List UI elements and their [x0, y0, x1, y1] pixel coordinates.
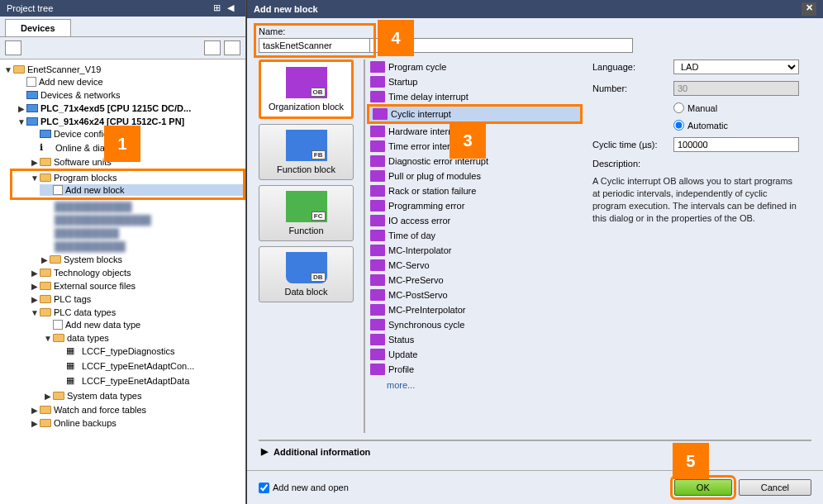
pin-icon[interactable]: ⊞ [213, 2, 225, 14]
ob-small-icon [370, 274, 385, 286]
ob-item-update[interactable]: Update [367, 347, 583, 362]
ob-item-time-delay[interactable]: Time delay interrupt [367, 89, 583, 104]
project-tree-header: Project tree ⊞ ◀ [0, 0, 245, 17]
config-icon [40, 130, 51, 138]
ob-item-rack-fail[interactable]: Rack or station failure [367, 183, 583, 198]
ob-item-io-error[interactable]: IO access error [367, 213, 583, 228]
ok-button[interactable]: OK [674, 479, 732, 496]
ob-item-sync-cycle[interactable]: Synchronous cycle [367, 317, 583, 332]
network-icon [26, 91, 38, 99]
ob-item-profile[interactable]: Profile [367, 362, 583, 377]
tree-program-blocks[interactable]: ▼Program blocks [26, 172, 243, 183]
tree-lccf-diag[interactable]: ▦LCCF_typeDiagnostics [53, 345, 245, 358]
tree-ext-source[interactable]: ▶External source files [26, 280, 245, 292]
folder-icon [40, 282, 51, 290]
add-new-open-checkbox[interactable] [259, 483, 269, 493]
db-icon: DB [286, 252, 327, 283]
ob-small-icon [370, 259, 385, 271]
ob-item-mc-servo[interactable]: MC-Servo [367, 258, 583, 273]
tree-plc-data-types[interactable]: ▼PLC data types [26, 307, 245, 318]
ob-item-mc-postservo[interactable]: MC-PostServo [367, 288, 583, 302]
block-type-fc[interactable]: FC Function [259, 185, 354, 241]
ob-small-icon [370, 319, 385, 330]
add-icon [26, 77, 36, 87]
folder-icon [40, 308, 51, 316]
language-label: Language: [592, 62, 667, 72]
add-icon [53, 185, 63, 195]
fc-icon: FC [286, 191, 327, 222]
tree-system-blocks[interactable]: ▶System blocks [26, 254, 245, 265]
tree-add-new-data-type[interactable]: Add new data type [40, 319, 245, 330]
collapse-icon[interactable]: ◀ [227, 2, 239, 14]
fb-icon: FB [286, 130, 327, 161]
ob-item-mc-preservo[interactable]: MC-PreServo [367, 273, 583, 288]
additional-info-header[interactable]: ▶ Additional information [259, 440, 811, 462]
ob-item-mc-preinterp[interactable]: MC-PreInterpolator [367, 302, 583, 317]
block-type-ob[interactable]: OB Organization block [259, 59, 354, 119]
ob-icon: OB [286, 67, 327, 98]
block-type-fb[interactable]: FB Function block [259, 124, 354, 180]
tree-online-backups[interactable]: ▶Online backups [26, 417, 245, 429]
ob-item-startup[interactable]: Startup [367, 74, 583, 89]
tree-tech-objects[interactable]: ▶Technology objects [26, 267, 245, 278]
block-type-db[interactable]: DB Data block [259, 246, 354, 302]
callout-3: 3 [450, 122, 486, 159]
more-link[interactable]: more... [367, 377, 583, 393]
automatic-radio-row[interactable]: Automatic [673, 120, 799, 131]
callout-4: 4 [378, 20, 414, 56]
ob-small-icon [370, 61, 385, 73]
ob-item-mc-interp[interactable]: MC-Interpolator [367, 243, 583, 258]
toolbar-icon-2[interactable] [204, 40, 221, 55]
tree-add-new-block[interactable]: Add new block [40, 184, 243, 196]
type-icon: ▦ [66, 375, 79, 387]
add-new-block-dialog: Add new block ✕ Name: 4 2 OB Organizatio… [246, 0, 823, 504]
automatic-radio[interactable] [673, 120, 684, 131]
ob-item-pull-plug[interactable]: Pull or plug of modules [367, 169, 583, 183]
tree-root[interactable]: ▼EnetScanner_V19 [0, 64, 245, 75]
ob-item-status[interactable]: Status [367, 332, 583, 347]
close-button[interactable]: ✕ [802, 2, 816, 16]
ob-small-icon [370, 245, 385, 256]
add-new-open-row[interactable]: Add new and open [259, 483, 349, 493]
ob-item-prog-error[interactable]: Programming error [367, 198, 583, 213]
ob-item-time-error[interactable]: Time error interrupt 3 [367, 139, 583, 154]
folder-icon [40, 269, 51, 277]
tree-lccf-data[interactable]: ▦LCCF_typeEnetAdaptData [53, 374, 245, 388]
callout-5: 5 [673, 443, 709, 479]
manual-radio-row[interactable]: Manual [673, 102, 799, 113]
toolbar-icon-3[interactable] [224, 40, 240, 55]
project-icon [13, 65, 25, 74]
manual-radio[interactable] [673, 102, 684, 113]
cyclic-time-input[interactable] [673, 137, 799, 152]
ob-small-icon [370, 334, 385, 345]
tree-plc1[interactable]: ▶PLC_71x4exd5 [CPU 1215C DC/D... [13, 102, 245, 114]
folder-icon [40, 174, 51, 182]
tree-watch-force[interactable]: ▶Watch and force tables [26, 404, 245, 416]
folder-icon [40, 158, 51, 166]
ob-item-time-of-day[interactable]: Time of day [367, 228, 583, 243]
diag-icon: ℹ [40, 142, 53, 154]
ob-small-icon [370, 215, 385, 226]
tab-devices[interactable]: Devices [5, 19, 71, 36]
ob-item-program-cycle[interactable]: Program cycle [367, 59, 583, 74]
tree-plc-tags[interactable]: ▶PLC tags [26, 293, 245, 305]
tree-add-device[interactable]: Add new device [13, 76, 245, 88]
cyclic-label: Cyclic time (µs): [592, 140, 667, 150]
folder-icon [50, 255, 61, 264]
description-text: A Cyclic interrupt OB allows you to star… [592, 175, 799, 224]
ob-small-icon [370, 230, 385, 241]
block-type-list: OB Organization block FB Function block … [259, 59, 354, 302]
tree-data-types-folder[interactable]: ▼data types [40, 332, 245, 344]
tree-lccf-con[interactable]: ▦LCCF_typeEnetAdaptCon... [53, 359, 245, 373]
project-tree-title: Project tree [7, 3, 53, 13]
dialog-title: Add new block [254, 4, 318, 14]
toolbar-icon-1[interactable] [5, 40, 21, 55]
tree-system-data-types[interactable]: ▶System data types [40, 390, 245, 402]
ob-type-list[interactable]: Program cycle Startup Time delay interru… [364, 59, 583, 433]
plc-icon [26, 104, 38, 112]
tree-devices-networks[interactable]: Devices & networks [13, 89, 245, 101]
cancel-button[interactable]: Cancel [739, 479, 811, 496]
ob-item-cyclic-interrupt[interactable]: Cyclic interrupt [367, 104, 583, 124]
tree-view[interactable]: ▼EnetScanner_V19 Add new device Devices … [0, 59, 245, 504]
language-select[interactable]: LAD [673, 59, 799, 74]
